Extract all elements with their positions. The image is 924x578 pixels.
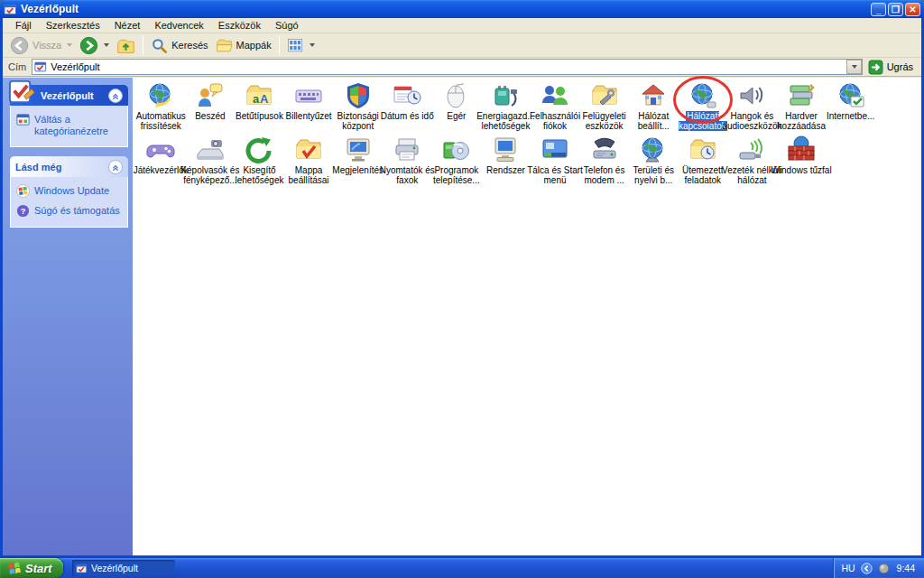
control-panel-item[interactable]: Vezeték nélküli hálózat [727, 135, 777, 185]
icon-row: Automatikus frissítésekBeszédaABetűtípus… [136, 81, 875, 131]
restore-button[interactable]: ❐ [888, 3, 903, 16]
task-pane-link[interactable]: Windows Update [16, 184, 124, 198]
control-panel-icon [4, 3, 17, 16]
control-panel-item[interactable]: Windows tűzfal [777, 135, 827, 185]
item-label-text: Egér [447, 111, 466, 121]
window-title: Vezérlőpult [21, 3, 869, 15]
control-panel-item[interactable]: Internetbe... [826, 81, 875, 131]
menu-item[interactable]: Nézet [107, 19, 148, 32]
toolbar-separator [279, 35, 280, 55]
network-connections-icon [688, 81, 717, 110]
search-icon [151, 37, 168, 54]
folder-options-icon [294, 135, 323, 164]
language-indicator[interactable]: HU [841, 563, 855, 573]
menu-item[interactable]: Eszközök [211, 19, 268, 32]
menu-bar: FájlSzerkesztésNézetKedvencekEszközökSúg… [3, 18, 921, 33]
address-input[interactable]: Vezérlőpult [32, 59, 862, 75]
views-button[interactable] [283, 35, 319, 56]
back-button[interactable]: Vissza [6, 34, 76, 57]
start-label: Start [25, 562, 52, 575]
display-icon [344, 135, 373, 164]
control-panel-pane: Vezérlőpult Váltás a kategórianézetre [10, 85, 128, 147]
task-pane-link[interactable]: ?Súgó és támogatás [16, 204, 124, 218]
tray-status-icon[interactable] [878, 563, 890, 574]
task-button-label: Vezérlőpult [91, 563, 138, 573]
add-hardware-icon [787, 81, 816, 110]
forward-icon [79, 36, 98, 55]
control-panel-window: Vezérlőpult _ ❐ ✕ FájlSzerkesztésNézetKe… [0, 0, 924, 558]
item-label-text: Internetbe... [827, 111, 874, 121]
svg-text:?: ? [21, 207, 26, 216]
go-button[interactable]: Ugrás [863, 60, 919, 75]
title-bar[interactable]: Vezérlőpult _ ❐ ✕ [0, 0, 924, 18]
start-button[interactable]: Start [0, 558, 63, 578]
windows-flag-icon [7, 561, 22, 575]
taskbar-task-button[interactable]: Vezérlőpult [72, 560, 175, 576]
item-label-text: Windows tűzfal [771, 165, 831, 175]
scanner-icon [196, 135, 225, 164]
help-icon: ? [16, 204, 30, 218]
menu-item[interactable]: Súgó [268, 19, 306, 32]
fonts-icon: aA [245, 81, 273, 110]
system-icon [491, 135, 520, 164]
search-button[interactable]: Keresés [147, 35, 211, 56]
sounds-icon [737, 81, 766, 110]
task-pane-link-label: Windows Update [34, 184, 109, 197]
power-icon [491, 81, 520, 110]
go-icon [868, 60, 883, 75]
menu-item[interactable]: Fájl [8, 19, 39, 32]
control-panel-item[interactable]: Beszéd [186, 81, 236, 131]
item-label-text: Rendszer [486, 165, 525, 175]
control-panel-item[interactable]: Hardver hozzáadása [777, 81, 827, 131]
taskbar-menu-icon [541, 135, 569, 164]
accessibility-icon [245, 135, 273, 164]
firewall-icon [787, 135, 816, 164]
item-label: Internetbe... [817, 111, 885, 121]
mouse-icon [442, 81, 471, 110]
control-panel-icon [76, 563, 88, 574]
svg-text:A: A [260, 92, 269, 106]
window-frame: FájlSzerkesztésNézetKedvencekEszközökSúg… [0, 18, 924, 558]
control-panel-item[interactable]: Mappa beállításai [284, 135, 334, 185]
wireless-icon [737, 135, 766, 164]
folders-icon [216, 37, 233, 54]
svg-text:a: a [253, 92, 260, 106]
game-icon [146, 135, 175, 164]
control-panel-item[interactable]: Automatikus frissítések [136, 81, 186, 131]
task-pane-link[interactable]: Váltás a kategórianézetre [16, 113, 124, 137]
icon-grid: Automatikus frissítésekBeszédaABetűtípus… [133, 78, 921, 555]
forward-button[interactable] [76, 34, 113, 57]
phone-icon [590, 135, 619, 164]
regional-icon [639, 135, 668, 164]
windows-update-icon [16, 184, 30, 198]
switch-view-icon [16, 113, 30, 126]
address-bar: Cím Vezérlőpult Ugrás [3, 58, 921, 77]
minimize-button[interactable]: _ [871, 3, 886, 16]
toolbar-separator [143, 35, 143, 55]
task-pane-link-label: Súgó és támogatás [34, 204, 120, 217]
control-panel-item[interactable]: Dátum és idő [383, 81, 432, 131]
control-panel-item[interactable]: Biztonsági központ [333, 81, 383, 131]
tray-collapse-chevron-icon[interactable] [861, 563, 873, 574]
up-button[interactable] [113, 34, 139, 57]
address-dropdown-button[interactable] [846, 60, 862, 74]
item-label: Windows tűzfal [767, 165, 836, 175]
close-button[interactable]: ✕ [905, 3, 920, 16]
collapse-chevron-button[interactable] [108, 160, 123, 174]
menu-item[interactable]: Kedvencek [147, 19, 210, 32]
speech-icon [196, 81, 225, 110]
menu-item[interactable]: Szerkesztés [39, 19, 107, 32]
network-setup-icon [639, 81, 668, 110]
system-tray: HU 9:44 [833, 558, 924, 578]
users-icon [541, 81, 569, 110]
security-icon [344, 81, 373, 110]
back-icon [10, 36, 29, 55]
go-label: Ugrás [887, 61, 913, 72]
search-label: Keresés [171, 40, 208, 51]
control-panel-item[interactable]: Programok telepítése... [432, 135, 482, 185]
taskbar: Start Vezérlőpult HU 9:44 [0, 558, 924, 578]
control-panel-clipboard-icon [7, 78, 35, 106]
folders-button[interactable]: Mappák [212, 35, 275, 56]
control-panel-item[interactable]: aABetűtípusok [235, 81, 284, 131]
collapse-chevron-button[interactable] [108, 89, 123, 103]
